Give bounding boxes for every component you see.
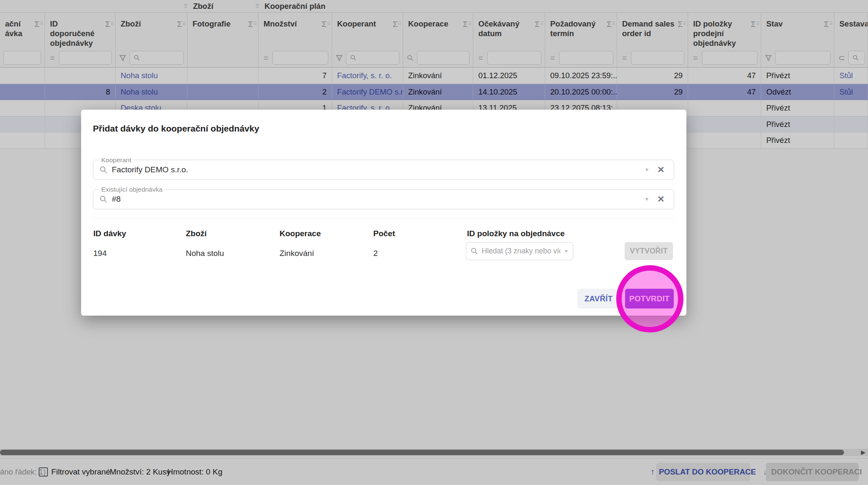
batch-cooperation-value: Zinkování bbox=[280, 249, 314, 258]
order-value: #8 bbox=[112, 195, 121, 204]
dialog-title: Přidat dávky do kooperační objednávky bbox=[93, 124, 259, 134]
chevron-down-icon[interactable]: ▼ bbox=[644, 196, 649, 202]
highlight-circle bbox=[616, 265, 683, 332]
kooperant-value: Factorify DEMO s.r.o. bbox=[112, 165, 188, 174]
order-item-search-input[interactable] bbox=[482, 247, 560, 256]
batch-table-header: Kooperace bbox=[280, 229, 321, 238]
close-button[interactable]: ZAVŘÍT bbox=[578, 289, 620, 308]
search-icon bbox=[470, 247, 478, 255]
batch-table-header: ID dávky bbox=[93, 229, 126, 238]
kooperant-select[interactable]: Kooperant Factorify DEMO s.r.o. ▼ ✕ bbox=[93, 160, 674, 180]
field-label: Kooperant bbox=[99, 156, 134, 163]
field-label: Existující objednávka bbox=[99, 186, 165, 193]
order-item-search-select[interactable]: ▼ bbox=[466, 242, 573, 260]
create-button[interactable]: VYTVOŘIT bbox=[625, 242, 673, 260]
clear-icon[interactable]: ✕ bbox=[657, 194, 665, 204]
batch-id-value: 194 bbox=[93, 249, 107, 258]
chevron-down-icon[interactable]: ▼ bbox=[564, 248, 569, 254]
chevron-down-icon[interactable]: ▼ bbox=[644, 167, 649, 173]
add-batches-dialog: Přidat dávky do kooperační objednávky Ko… bbox=[81, 110, 686, 316]
clear-icon[interactable]: ✕ bbox=[657, 165, 665, 175]
batch-table-header: Zboží bbox=[186, 229, 207, 238]
batch-table-header: ID položky na objednávce bbox=[467, 229, 565, 238]
batch-product-value: Noha stolu bbox=[186, 249, 224, 258]
search-icon bbox=[99, 195, 108, 203]
search-icon bbox=[99, 166, 108, 174]
batch-table-header: Počet bbox=[373, 229, 395, 238]
batch-count-value: 2 bbox=[373, 249, 378, 258]
existing-order-select[interactable]: Existující objednávka #8 ▼ ✕ bbox=[93, 189, 674, 209]
divider bbox=[93, 218, 675, 219]
